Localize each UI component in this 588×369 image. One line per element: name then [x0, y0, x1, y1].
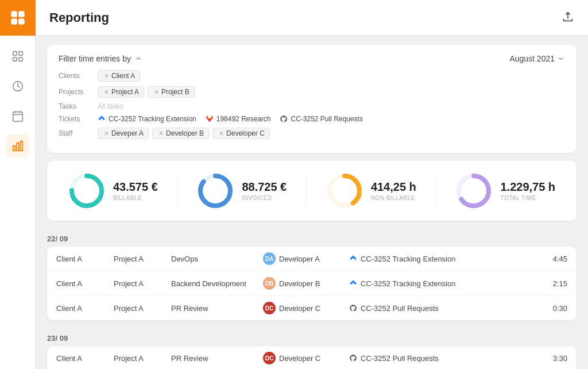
cell-task: PR Review	[171, 354, 263, 363]
cell-developer: DC Developer C	[263, 352, 349, 364]
table-row: Client A Project A PR Review DC Develope…	[47, 296, 577, 320]
staff-tags: ✕ Deveper A ✕ Developer B ✕ Developer C	[98, 128, 270, 139]
stat-value-non-billable: 414,25 h	[371, 180, 416, 194]
stat-info-non-billable: 414,25 h NON BILLABLE	[371, 180, 416, 201]
ticket-github: CC-3252 Pull Requests	[280, 115, 362, 123]
projects-label: Projects	[59, 88, 93, 96]
sidebar-item-reporting[interactable]	[6, 134, 29, 157]
github-icon	[280, 115, 288, 123]
staff-row: Staff ✕ Deveper A ✕ Developer B ✕ Develo…	[59, 128, 565, 139]
data-card-22-09: Client A Project A DevOps DA Developer A…	[47, 247, 577, 320]
stat-non-billable: 414,25 h NON BILLABLE	[326, 172, 416, 209]
filter-card: Filter time entries by August 2021 Clien…	[47, 45, 577, 153]
export-icon	[562, 10, 574, 23]
stat-value-total-time: 1.229,75 h	[500, 180, 555, 194]
stat-total-time: 1.229,75 h TOTAL TIME	[455, 172, 555, 209]
chevron-down-icon	[557, 55, 565, 63]
sidebar-item-clock[interactable]	[6, 75, 29, 98]
stat-value-invoiced: 88.725 €	[242, 180, 287, 194]
donut-svg-total-time	[455, 172, 492, 209]
donut-total-time	[455, 172, 492, 209]
gitlab-icon	[206, 115, 214, 123]
calendar-icon	[11, 110, 24, 122]
stat-info-total-time: 1.229,75 h TOTAL TIME	[500, 180, 555, 201]
tag-x-project-a[interactable]: ✕	[104, 89, 109, 96]
divider-3	[436, 176, 436, 205]
stat-label-billable: BILLABLE	[113, 195, 158, 201]
stat-label-total-time: TOTAL TIME	[500, 195, 555, 201]
svg-rect-1	[18, 11, 24, 17]
date-filter[interactable]: August 2021	[509, 54, 565, 63]
cell-project: Project A	[114, 304, 171, 313]
divider-2	[306, 176, 307, 205]
ticket-jira: CC-3252 Tracking Extension	[98, 115, 196, 123]
cell-ticket: CC-3252 Tracking Extension	[349, 255, 539, 263]
divider-1	[177, 176, 178, 205]
sidebar	[0, 0, 36, 369]
staff-tag-c[interactable]: ✕ Developer C	[212, 128, 270, 139]
donut-non-billable	[326, 172, 363, 209]
tag-x-staff-a[interactable]: ✕	[104, 130, 109, 137]
clients-tags: ✕ Client A	[98, 70, 140, 82]
stat-billable: 43.575 € BILLABLE	[68, 172, 158, 209]
cell-time: 0:30	[539, 304, 567, 313]
stat-info-invoiced: 88.725 € INVOICED	[242, 180, 287, 201]
tag-x-project-b[interactable]: ✕	[154, 89, 159, 96]
cell-client: Client A	[56, 255, 114, 263]
tickets-tags: CC-3252 Tracking Extension 198492 Resear…	[98, 115, 363, 123]
staff-tag-a[interactable]: ✕ Deveper A	[98, 128, 149, 139]
svg-rect-2	[11, 18, 17, 24]
cell-developer: DC Developer C	[263, 302, 349, 314]
chevron-up-icon	[134, 55, 142, 63]
filter-header: Filter time entries by August 2021	[59, 54, 565, 63]
cell-project: Project A	[114, 279, 171, 288]
projects-row: Projects ✕ Project A ✕ Project B	[59, 86, 565, 98]
clients-row: Clients ✕ Client A	[59, 70, 565, 82]
svg-rect-15	[20, 141, 22, 151]
cell-task: Backend Development	[171, 279, 263, 288]
main-content: Reporting Filter time entries by August …	[36, 0, 588, 369]
avatar: DC	[263, 352, 276, 364]
svg-rect-0	[11, 11, 17, 17]
cell-ticket: CC-3252 Tracking Extension	[349, 279, 539, 288]
avatar: DA	[263, 252, 276, 265]
avatar: DB	[263, 277, 276, 290]
project-tag-a[interactable]: ✕ Project A	[98, 86, 144, 98]
svg-rect-14	[17, 143, 19, 151]
client-tag-a[interactable]: ✕ Client A	[98, 70, 140, 82]
data-card-23-09: Client A Project A PR Review DC Develope…	[47, 346, 577, 369]
table-row: Client A Project A DevOps DA Developer A…	[47, 247, 577, 271]
stat-label-non-billable: NON BILLABLE	[371, 195, 416, 201]
content-area: Filter time entries by August 2021 Clien…	[36, 36, 588, 369]
github-icon	[349, 304, 357, 312]
stat-info-billable: 43.575 € BILLABLE	[113, 180, 158, 201]
donut-svg-invoiced	[197, 172, 234, 209]
tasks-label: Tasks	[59, 102, 93, 110]
jira-icon	[349, 279, 357, 287]
svg-point-20	[200, 176, 230, 206]
cell-client: Client A	[56, 279, 114, 288]
stats-card: 43.575 € BILLABLE 88.725 € INVOICED	[47, 161, 577, 221]
tasks-placeholder: All tasks	[98, 102, 123, 110]
cell-time: 3:30	[539, 354, 567, 363]
app-logo[interactable]	[0, 0, 36, 36]
section-date-23-09: 23/ 09	[47, 328, 577, 346]
svg-rect-9	[13, 112, 22, 122]
chart-icon	[11, 140, 24, 152]
cell-developer: DA Developer A	[263, 252, 349, 265]
svg-rect-3	[18, 18, 24, 24]
staff-tag-b[interactable]: ✕ Developer B	[152, 128, 209, 139]
tag-x-client-a[interactable]: ✕	[104, 72, 109, 80]
project-tag-b[interactable]: ✕ Project B	[148, 86, 195, 98]
github-icon	[349, 354, 357, 362]
sidebar-item-calendar[interactable]	[6, 105, 29, 128]
tag-x-staff-c[interactable]: ✕	[219, 130, 224, 137]
tag-x-staff-b[interactable]: ✕	[158, 130, 164, 137]
cell-ticket: CC-3252 Pull Requests	[349, 304, 539, 313]
ticket-gitlab: 198492 Research	[206, 115, 271, 123]
export-button[interactable]	[562, 10, 574, 25]
cell-task: DevOps	[171, 255, 263, 263]
sidebar-item-dashboard[interactable]	[6, 45, 29, 68]
svg-rect-5	[18, 52, 22, 55]
cell-ticket: CC-3252 Pull Requests	[349, 354, 539, 363]
